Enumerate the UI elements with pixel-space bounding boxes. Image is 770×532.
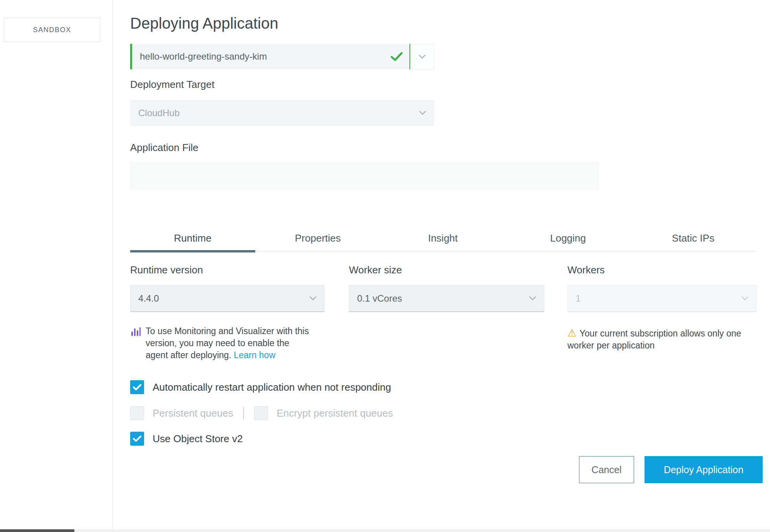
- encrypt-queues-group: Encrypt persistent queues: [254, 406, 393, 420]
- workers-label: Workers: [567, 264, 605, 276]
- object-store-checkbox[interactable]: [130, 432, 144, 446]
- deployment-target-label: Deployment Target: [130, 79, 215, 91]
- warning-triangle-icon: ⚠: [567, 327, 576, 339]
- valid-check-icon: [391, 52, 402, 61]
- auto-restart-label: Automatically restart application when n…: [153, 381, 391, 393]
- tab-label: Properties: [295, 232, 341, 244]
- chevron-down-icon: [419, 111, 426, 115]
- persistent-queues-checkbox: [130, 406, 144, 420]
- encrypt-queues-label: Encrypt persistent queues: [277, 407, 393, 419]
- application-file-input[interactable]: [130, 162, 599, 189]
- tab-label: Insight: [428, 232, 458, 244]
- object-store-label: Use Object Store v2: [153, 433, 243, 445]
- object-store-row: Use Object Store v2: [130, 432, 243, 446]
- monitoring-note-text: To use Monitoring and Visualizer with th…: [146, 325, 309, 361]
- horizontal-scrollbar-thumb[interactable]: [0, 529, 74, 532]
- page-title: Deploying Application: [130, 15, 278, 32]
- monitoring-bars-icon: [131, 326, 141, 361]
- runtime-version-label: Runtime version: [130, 264, 203, 276]
- persistent-queues-row: Persistent queues Encrypt persistent que…: [130, 406, 393, 420]
- runtime-version-value: 4.4.0: [138, 293, 159, 304]
- chevron-down-icon: [741, 296, 748, 300]
- learn-how-link[interactable]: Learn how: [234, 350, 275, 360]
- application-name-value: hello-world-greeting-sandy-kim: [140, 51, 267, 62]
- settings-tabs: Runtime Properties Insight Logging Stati…: [130, 228, 756, 252]
- application-file-label: Application File: [130, 142, 198, 154]
- sidebar: SANDBOX: [0, 0, 113, 532]
- tab-label: Logging: [550, 232, 586, 244]
- auto-restart-row: Automatically restart application when n…: [130, 380, 391, 394]
- tab-static-ips[interactable]: Static IPs: [631, 228, 756, 251]
- encrypt-queues-checkbox: [254, 406, 268, 420]
- monitoring-note: To use Monitoring and Visualizer with th…: [131, 325, 332, 361]
- environment-label: SANDBOX: [33, 26, 71, 34]
- chevron-down-icon: [419, 55, 426, 59]
- workers-warning: ⚠Your current subscription allows only o…: [567, 327, 769, 352]
- tab-label: Static IPs: [672, 232, 715, 244]
- tab-logging[interactable]: Logging: [505, 228, 631, 251]
- persistent-queues-group: Persistent queues: [130, 406, 233, 420]
- worker-size-select[interactable]: 0.1 vCores: [349, 285, 544, 312]
- deploy-application-button[interactable]: Deploy Application: [645, 456, 763, 483]
- horizontal-scrollbar-track[interactable]: [0, 529, 770, 532]
- checkbox-divider: [243, 407, 244, 419]
- tab-runtime[interactable]: Runtime: [130, 228, 255, 251]
- deployment-target-value: CloudHub: [138, 108, 180, 118]
- workers-value: 1: [576, 293, 581, 304]
- chevron-down-icon: [529, 296, 536, 300]
- monitoring-note-body: To use Monitoring and Visualizer with th…: [146, 326, 309, 360]
- tab-label: Runtime: [174, 232, 211, 244]
- application-name-dropdown-button[interactable]: [410, 44, 434, 69]
- deploy-application-panel: Deploying Application hello-world-greeti…: [113, 0, 770, 532]
- worker-size-value: 0.1 vCores: [357, 293, 402, 304]
- auto-restart-checkbox[interactable]: [130, 380, 144, 394]
- application-name-field[interactable]: hello-world-greeting-sandy-kim: [130, 44, 410, 69]
- persistent-queues-label: Persistent queues: [153, 407, 233, 419]
- tab-properties[interactable]: Properties: [255, 228, 380, 251]
- chevron-down-icon: [309, 296, 316, 300]
- tab-insight[interactable]: Insight: [380, 228, 505, 251]
- workers-select: 1: [567, 285, 756, 312]
- cancel-button[interactable]: Cancel: [579, 456, 634, 483]
- workers-warning-text: Your current subscription allows only on…: [567, 328, 741, 350]
- check-icon: [133, 384, 141, 391]
- active-tab-underline: [130, 250, 255, 252]
- environment-selector[interactable]: SANDBOX: [4, 18, 100, 42]
- check-icon: [133, 435, 141, 442]
- application-name-combo[interactable]: hello-world-greeting-sandy-kim: [130, 44, 434, 69]
- deployment-target-select: CloudHub: [130, 100, 434, 126]
- runtime-version-select[interactable]: 4.4.0: [130, 285, 325, 312]
- worker-size-label: Worker size: [349, 264, 402, 276]
